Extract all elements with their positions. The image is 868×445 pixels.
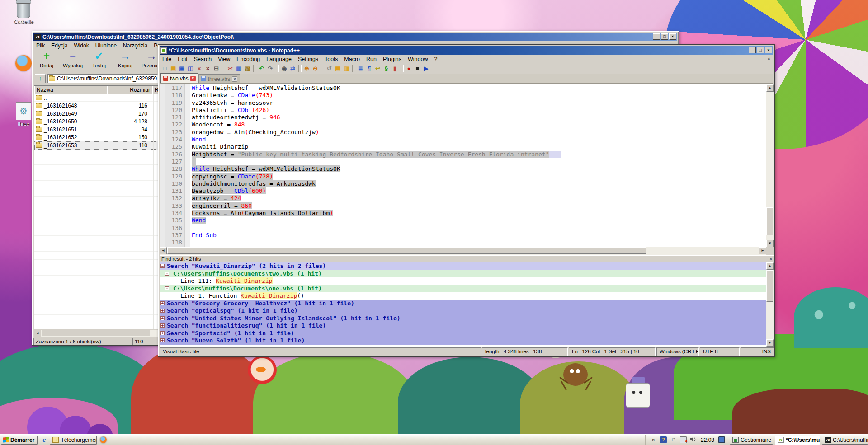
new-file-icon[interactable]: □: [160, 65, 169, 73]
show-all-chars-icon[interactable]: ¶: [365, 65, 373, 73]
taskbar-button-notepadpp-task[interactable]: N*C:\Users\muffins\D...: [775, 436, 820, 445]
folder-up-button[interactable]: ↑: [35, 74, 46, 83]
find-result-search-open-row[interactable]: −Search "Kuwaiti_Dinarzip" (2 hits in 2 …: [160, 262, 766, 270]
code-line[interactable]: 137End Sub: [160, 232, 766, 239]
expand-icon[interactable]: +: [160, 316, 165, 320]
7z-toolbar-add-button[interactable]: +Dodaj: [33, 49, 60, 72]
scroll-left-icon[interactable]: ◄: [160, 247, 167, 254]
find-result-panel[interactable]: −Search "Kuwaiti_Dinarzip" (2 hits in 2 …: [160, 262, 766, 347]
collapse-icon[interactable]: −: [165, 272, 169, 276]
tab-three.vbs[interactable]: three.vbs×: [198, 74, 240, 83]
desktop-icon-recycle-bin[interactable]: Corbeille: [9, 2, 38, 24]
taskbar-button-telechargements[interactable]: ↓Téléchargements: [50, 436, 97, 445]
column-header-name[interactable]: Nazwa: [34, 86, 107, 94]
npp-menu-file[interactable]: File: [160, 56, 174, 63]
play-macro-icon[interactable]: ▶: [422, 65, 430, 73]
unlock-tab-icon[interactable]: ▥: [342, 65, 351, 73]
code-line[interactable]: 129copyinghsc = CDate(728): [160, 173, 766, 180]
cut-icon[interactable]: ✂: [226, 65, 235, 73]
find-result-line-row[interactable]: Line 1: Function Kuwaiti_Dinarzip(): [160, 292, 766, 300]
code-line[interactable]: 124Wend: [160, 136, 766, 143]
scroll-right-icon[interactable]: ►: [759, 247, 766, 254]
save-all-icon[interactable]: ◫: [186, 65, 195, 73]
notepadpp-titlebar[interactable]: *C:\Users\muffins\Documents\two.vbs - No…: [160, 46, 773, 55]
menubar-close-icon[interactable]: ×: [768, 56, 770, 61]
file-row[interactable]: _1631621652150: [34, 134, 158, 142]
code-line[interactable]: 120Plasticfii = CDbl(426): [160, 107, 766, 114]
taskbar-button-task-manager[interactable]: ▦Gestionnaire des tâches ...: [730, 436, 773, 445]
npp-menu-encoding[interactable]: Encoding: [234, 56, 263, 63]
npp-menu-macro[interactable]: Macro: [341, 56, 363, 63]
code-line[interactable]: 133engineerril = 860: [160, 202, 766, 210]
find-icon[interactable]: ◉: [280, 65, 288, 73]
code-line[interactable]: 132arrayikz = 424: [160, 195, 766, 202]
address-bar[interactable]: C:\Users\muffins\Downloads\Inf_632985962…: [47, 74, 158, 83]
stop-macro-icon[interactable]: ■: [413, 65, 422, 73]
editor-vscrollbar[interactable]: ▲ ▼: [766, 84, 774, 247]
7z-toolbar-copy-button[interactable]: →Kopiuj: [112, 49, 138, 72]
code-line[interactable]: 121attitudeorientedwfj = 946: [160, 114, 766, 121]
code-line[interactable]: 138: [160, 239, 766, 246]
undo-icon[interactable]: ↶: [257, 65, 266, 73]
code-line[interactable]: 122Woodencot = 848: [160, 121, 766, 128]
code-line[interactable]: 131Beautyzpb = CDbl(600): [160, 187, 766, 195]
find-result-header[interactable]: Find result - 2 hits ×: [160, 255, 774, 262]
find-result-file-row[interactable]: −C:\Users\muffins\Documents\two.vbs (1 h…: [160, 270, 766, 278]
close-icon[interactable]: ×: [195, 65, 203, 73]
7z-toolbar-test-button[interactable]: ✓Testuj: [86, 49, 112, 72]
find-result-search-closed-row[interactable]: +Search "Nuevo Solztb" (1 hit in 1 file): [160, 337, 766, 345]
file-row[interactable]: _1631621649170: [34, 110, 158, 118]
code-line[interactable]: 128While Heightshcf = wdXMLValidationSta…: [160, 165, 766, 173]
7z-menu-narzędzia[interactable]: Narzędzia: [120, 42, 150, 49]
find-result-file-row[interactable]: −C:\Users\muffins\Documents\one.vbs (1 h…: [160, 285, 766, 293]
7z-menu-ulubione[interactable]: Ulubione: [93, 42, 119, 49]
code-line[interactable]: 127: [160, 158, 766, 165]
tray-flag-icon[interactable]: ⚐: [670, 436, 677, 443]
tray-chevron-icon[interactable]: «: [650, 436, 657, 443]
code-line[interactable]: 134Locksrns = Atn(Cayman_Islands_Dollari…: [160, 210, 766, 217]
word-wrap-icon[interactable]: ↩: [373, 65, 382, 73]
print-icon[interactable]: ⊟: [212, 65, 221, 73]
code-line[interactable]: 117While Heightshcf = wdXMLValidationSta…: [160, 84, 766, 92]
scrollbar-thumb[interactable]: [766, 207, 773, 235]
npp-menu-view[interactable]: View: [215, 56, 233, 63]
code-line[interactable]: 135Wend: [160, 217, 766, 224]
npp-menu-search[interactable]: Search: [191, 56, 215, 63]
find-result-search-closed-row[interactable]: +Search "United States Minor Outlying Is…: [160, 315, 766, 323]
npp-menu-edit[interactable]: Edit: [175, 56, 190, 63]
expand-icon[interactable]: +: [160, 323, 165, 328]
npp-menu-plugins[interactable]: Plugins: [380, 56, 404, 63]
minimize-button[interactable]: _: [749, 47, 756, 53]
expand-icon[interactable]: +: [160, 338, 165, 342]
code-line[interactable]: 119vz24365tvh = harnessovr: [160, 99, 766, 107]
code-editor[interactable]: 117While Heightshcf = wdXMLValidationSta…: [160, 84, 766, 247]
lock-tab-icon[interactable]: ▤: [334, 65, 342, 73]
npp-menu-run[interactable]: Run: [363, 56, 379, 63]
tab-close-icon[interactable]: ×: [232, 76, 237, 82]
zoom-out-icon[interactable]: ⊖: [311, 65, 320, 73]
close-button[interactable]: ×: [765, 47, 772, 53]
expand-icon[interactable]: +: [160, 309, 165, 313]
tray-network-error-icon[interactable]: ×: [680, 436, 687, 443]
taskbar-clock[interactable]: 22:03: [701, 437, 714, 443]
replace-icon[interactable]: ⇄: [288, 65, 297, 73]
open-file-icon[interactable]: ▤: [169, 65, 178, 73]
code-line[interactable]: 126Heightshcf = "Public-key multi-taskin…: [160, 151, 766, 158]
scrollbar-thumb[interactable]: [42, 330, 150, 336]
expand-icon[interactable]: +: [160, 301, 165, 305]
sync-scroll-icon[interactable]: ↺: [325, 65, 334, 73]
collapse-icon[interactable]: −: [165, 286, 169, 290]
tab-two.vbs[interactable]: two.vbs×: [160, 73, 198, 83]
scroll-left-icon[interactable]: ◄: [34, 330, 41, 337]
editor-hscrollbar[interactable]: ◄ ►: [160, 247, 766, 255]
file-row[interactable]: _1631621648116: [34, 102, 158, 110]
zoom-in-icon[interactable]: ⊕: [302, 65, 311, 73]
minimize-button[interactable]: _: [653, 33, 660, 40]
maximize-button[interactable]: □: [757, 47, 764, 53]
code-line[interactable]: 125Kuwaiti_Dinarzip: [160, 143, 766, 150]
record-macro-icon[interactable]: ●: [405, 65, 413, 73]
taskbar-button-sevenzip-task[interactable]: 7zC:\Users\muffins\Downlo...: [822, 436, 868, 445]
tray-cube-icon[interactable]: ?: [660, 436, 667, 443]
find-vscrollbar[interactable]: ▲ ▼: [766, 262, 774, 347]
code-line[interactable]: 118Granitemkw = CDate(743): [160, 92, 766, 99]
